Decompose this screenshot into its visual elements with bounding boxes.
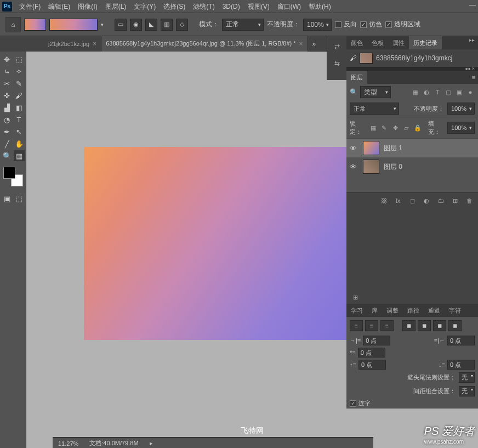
align-center-icon[interactable]: ≡ (365, 320, 378, 331)
filter-adjust-icon[interactable]: ◐ (422, 88, 431, 97)
menu-image[interactable]: 图像(I) (74, 0, 101, 13)
trash-icon[interactable]: 🗑 (465, 196, 474, 205)
close-icon[interactable]: × (93, 40, 96, 48)
tab-character[interactable]: 字符 (445, 304, 465, 317)
eraser-tool[interactable]: ◧ (14, 102, 25, 113)
tab-history[interactable]: 历史记录 (409, 36, 442, 49)
indent-left-input[interactable] (363, 336, 390, 345)
move-tool[interactable]: ✥ (2, 54, 13, 65)
pen-tool[interactable]: ✒ (2, 126, 13, 137)
tab-layers[interactable]: 图层 (346, 71, 367, 84)
reverse-checkbox[interactable]: 反向 (335, 20, 357, 29)
lock-pixel-icon[interactable]: ▦ (369, 123, 377, 132)
menu-select[interactable]: 选择(S) (160, 0, 189, 13)
status-arrow-icon[interactable]: ▸ (150, 440, 153, 447)
history-snapshot[interactable]: 🖌 63885668ly1g4y1h3gmkcj (346, 49, 478, 67)
fx-icon[interactable]: fx (394, 196, 402, 205)
menu-type[interactable]: 文字(Y) (130, 0, 160, 13)
tab-channels[interactable]: 通道 (424, 304, 445, 317)
gradient-preview[interactable] (49, 19, 98, 31)
diamond-gradient-icon[interactable]: ◇ (176, 19, 188, 31)
reflected-gradient-icon[interactable]: ▥ (161, 19, 173, 31)
collapse-icon[interactable]: ◂◂ × (465, 66, 475, 71)
brush-tool[interactable]: 🖌 (14, 90, 25, 101)
tab-libraries[interactable]: 库 (367, 304, 382, 317)
transparency-checkbox[interactable]: 透明区域 (385, 20, 420, 29)
tab-paths[interactable]: 路径 (403, 304, 424, 317)
screenmode-tool[interactable]: ⬚ (14, 193, 25, 204)
hyphenate-checkbox[interactable]: 连字 (350, 399, 371, 407)
filter-kind-select[interactable]: 类型 (360, 86, 391, 98)
menu-view[interactable]: 视图(V) (244, 0, 274, 13)
layer-name[interactable]: 图层 1 (384, 144, 402, 153)
filter-pixel-icon[interactable]: ▦ (411, 88, 420, 97)
menu-file[interactable]: 文件(F) (15, 0, 44, 13)
dither-checkbox[interactable]: 仿色 (360, 20, 382, 29)
align-right-icon[interactable]: ≡ (380, 320, 394, 331)
justify-all-icon[interactable]: ≣ (448, 320, 462, 331)
menu-window[interactable]: 窗口(W) (274, 0, 305, 13)
visibility-icon[interactable]: 👁 (350, 144, 358, 152)
color-swatches[interactable] (3, 167, 23, 186)
filter-type-icon[interactable]: T (433, 88, 442, 97)
hand-tool[interactable]: ✋ (14, 138, 25, 149)
eyedropper-tool[interactable]: ✎ (14, 78, 25, 89)
menu-help[interactable]: 帮助(H) (305, 0, 335, 13)
canvas[interactable] (84, 147, 361, 340)
align-left-icon[interactable]: ≡ (350, 320, 363, 331)
zoom-level[interactable]: 11.27% (58, 440, 78, 447)
zoom-tool[interactable]: 🔍 (2, 150, 13, 161)
home-button[interactable]: ⌂ (5, 17, 21, 32)
quickmask-tool[interactable]: ▣ (2, 193, 13, 204)
menu-filter[interactable]: 滤镜(T) (189, 0, 218, 13)
layer-item[interactable]: 👁 图层 1 (346, 139, 478, 157)
mojikumi-select[interactable]: 无 (459, 386, 475, 396)
foreground-color[interactable] (3, 167, 15, 179)
lock-pos-icon[interactable]: ✥ (391, 123, 399, 132)
menu-3d[interactable]: 3D(D) (219, 0, 244, 13)
marquee-tool[interactable]: ⬚ (14, 54, 25, 65)
layer-thumb[interactable] (363, 141, 379, 155)
first-line-input[interactable] (358, 348, 385, 358)
layer-thumb[interactable] (363, 160, 379, 174)
magic-wand-tool[interactable]: ✧ (14, 66, 25, 77)
space-before-input[interactable] (358, 360, 386, 370)
lasso-tool[interactable]: ⤿ (2, 66, 13, 77)
justify-left-icon[interactable]: ≣ (402, 320, 416, 331)
tab-properties[interactable]: 属性 (388, 36, 409, 49)
visibility-icon[interactable]: 👁 (350, 163, 358, 171)
path-tool[interactable]: ↖ (14, 126, 25, 137)
filter-shape-icon[interactable]: ▢ (444, 88, 453, 97)
panel-menu-icon[interactable]: ≡ (469, 73, 478, 82)
tab-overflow-icon[interactable]: » (308, 40, 321, 48)
space-after-input[interactable] (447, 360, 475, 370)
lock-artboard-icon[interactable]: ▱ (402, 123, 410, 132)
filter-toggle-icon[interactable]: ● (466, 88, 475, 97)
kinsoku-select[interactable]: 无 (459, 372, 475, 383)
healing-tool[interactable]: ✜ (2, 90, 13, 101)
blur-tool[interactable]: ◔ (2, 114, 13, 125)
blend-mode-select[interactable]: 正常 (222, 19, 264, 31)
mask-icon[interactable]: ◻ (408, 196, 417, 205)
tab-adjustments[interactable]: 调整 (382, 304, 403, 317)
adjustments-icon[interactable]: ⇄ (331, 41, 343, 53)
shape-tool[interactable]: ╱ (2, 138, 13, 149)
tab-color[interactable]: 颜色 (346, 36, 367, 49)
justify-right-icon[interactable]: ≣ (433, 320, 446, 331)
doc-tab-active[interactable]: 63885668ly1g4y1h3gmkcj23gg56o4qr.jpg @ 1… (101, 36, 308, 52)
linear-gradient-icon[interactable]: ▭ (115, 19, 127, 31)
group-icon[interactable]: 🗀 (436, 196, 445, 205)
lock-brush-icon[interactable]: ✎ (380, 123, 388, 132)
close-icon[interactable]: × (299, 40, 303, 48)
menu-layer[interactable]: 图层(L) (101, 0, 130, 13)
radial-gradient-icon[interactable]: ◉ (130, 19, 142, 31)
crop-tool[interactable]: ✂ (2, 78, 13, 89)
adjustment-icon[interactable]: ◐ (422, 196, 431, 205)
layer-item[interactable]: 👁 图层 0 (346, 157, 478, 176)
collapse-icon[interactable]: ▸▸ (469, 37, 475, 43)
tab-learn[interactable]: 学习 (346, 304, 367, 317)
layer-opacity-select[interactable]: 100% (447, 103, 475, 115)
justify-center-icon[interactable]: ≣ (418, 320, 431, 331)
doc-tab-inactive[interactable]: j21jk2bc1kz.jpg× (44, 36, 101, 52)
gradient-tool-icon[interactable] (24, 19, 46, 31)
